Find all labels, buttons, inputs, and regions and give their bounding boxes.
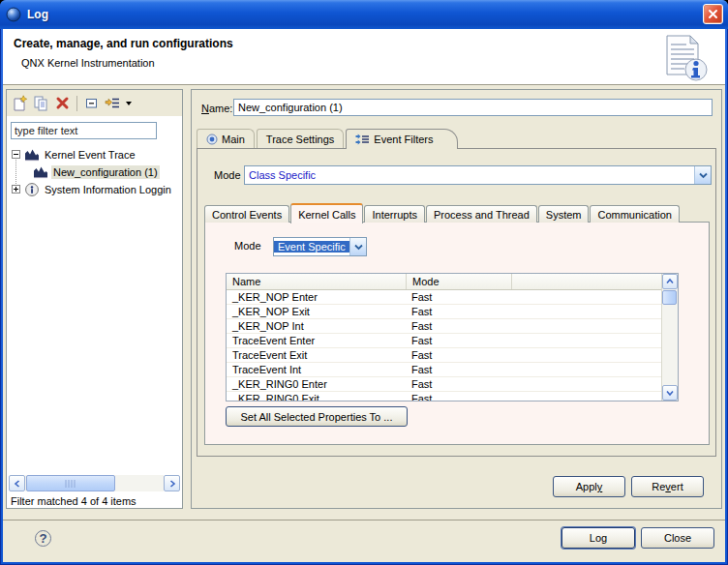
mode-class-combo[interactable]: Class Specific [244, 165, 712, 185]
system-info-icon [24, 182, 40, 197]
cell-mode: Fast [406, 335, 511, 346]
cell-mode: Fast [406, 364, 511, 375]
close-button[interactable]: Close [641, 527, 714, 549]
main-tab-icon [206, 134, 218, 145]
cell-mode: Fast [406, 349, 511, 361]
tab-main[interactable]: Main [197, 129, 255, 148]
tree-item-system-information-logging[interactable]: System Information Loggin [12, 181, 173, 197]
cell-name: _KER_RING0 Enter [227, 378, 406, 390]
page-title: Create, manage, and run configurations [14, 37, 233, 50]
tab-label: System [546, 209, 582, 221]
close-window-button[interactable] [703, 4, 723, 24]
chevron-down-icon [699, 172, 708, 179]
sidebar-toolbar [7, 90, 182, 116]
table-row[interactable]: TraceEvent Exit Fast [227, 348, 678, 363]
tab-system[interactable]: System [538, 205, 590, 223]
scroll-right-button[interactable] [164, 475, 180, 491]
new-configuration-icon[interactable] [12, 95, 28, 111]
mode-combo-value: Event Specific [274, 241, 349, 253]
dialog-content: Create, manage, and run configurations Q… [3, 29, 725, 562]
kernel-calls-table: Name Mode _KER_NOP Enter Fast _KER_NOP E… [226, 273, 679, 401]
footer-separator [3, 520, 725, 520]
log-button[interactable]: Log [561, 527, 635, 549]
table-row[interactable]: _KER_NOP Exit Fast [227, 305, 678, 319]
tab-kernel-calls[interactable]: Kernel Calls [290, 203, 363, 223]
scrollbar-track[interactable] [662, 289, 678, 385]
mode-combo-value: Class Specific [245, 169, 694, 181]
collapse-all-icon[interactable] [83, 95, 100, 111]
column-header-extra[interactable] [511, 274, 678, 289]
tab-label: Event Filters [374, 134, 433, 145]
cell-name: TraceEvent Exit [227, 349, 406, 361]
title-bar[interactable]: Log [0, 0, 728, 29]
cell-name: _KER_NOP Int [227, 320, 406, 332]
cell-mode: Fast [406, 378, 511, 390]
tree-item-label[interactable]: Kernel Event Trace [43, 148, 137, 162]
cell-name: _KER_NOP Exit [227, 306, 406, 317]
combo-dropdown-button[interactable] [349, 238, 366, 255]
expand-expander-icon[interactable] [12, 185, 20, 193]
scroll-down-button[interactable] [662, 385, 678, 401]
kernel-calls-pane: Mode Event Specific Name Mode [204, 222, 710, 445]
configuration-name-input[interactable] [233, 99, 713, 116]
event-filters-tab-icon [355, 133, 370, 146]
scroll-up-button[interactable] [662, 274, 678, 289]
tab-label: Control Events [212, 209, 282, 221]
tab-label: Trace Settings [266, 134, 335, 145]
table-row[interactable]: _KER_RING0 Enter Fast [227, 377, 678, 392]
table-vertical-scrollbar[interactable] [661, 274, 678, 401]
scroll-left-button[interactable] [9, 475, 25, 491]
column-header-name[interactable]: Name [227, 274, 406, 289]
scrollbar-thumb[interactable] [26, 475, 115, 491]
app-icon [6, 7, 21, 22]
table-row[interactable]: TraceEvent Int Fast [227, 363, 678, 377]
set-all-selected-properties-button[interactable]: Set All Selected Properties To ... [226, 406, 408, 427]
event-class-tab-strip: Control Events Kernel Calls Interrupts P… [204, 203, 681, 223]
table-row[interactable]: _KER_NOP Int Fast [227, 319, 678, 334]
sidebar-horizontal-scrollbar[interactable] [9, 475, 180, 491]
delete-configuration-icon[interactable] [54, 95, 71, 111]
tab-control-events[interactable]: Control Events [204, 205, 289, 223]
collapse-expander-icon[interactable] [12, 150, 20, 159]
cell-mode: Fast [406, 291, 511, 303]
tab-interrupts[interactable]: Interrupts [364, 205, 424, 223]
header-banner: Create, manage, and run configurations Q… [3, 29, 725, 85]
close-icon [708, 9, 718, 19]
tab-label: Interrupts [372, 209, 416, 221]
scrollbar-thumb[interactable] [662, 290, 677, 305]
revert-button[interactable]: Revert [631, 476, 704, 497]
cell-name: _KER_NOP Enter [227, 291, 406, 303]
tab-event-filters[interactable]: Event Filters [346, 129, 457, 149]
table-row[interactable]: _KER_NOP Enter Fast [227, 290, 678, 305]
combo-dropdown-button[interactable] [694, 166, 711, 184]
apply-button[interactable]: Apply [553, 476, 625, 497]
table-header: Name Mode [227, 274, 678, 290]
mode-event-combo[interactable]: Event Specific [273, 237, 367, 256]
duplicate-configuration-icon[interactable] [33, 95, 49, 111]
table-row[interactable]: TraceEvent Enter Fast [227, 334, 678, 348]
filter-text-input[interactable] [11, 122, 157, 139]
tab-communication[interactable]: Communication [590, 205, 679, 223]
scrollbar-track[interactable] [25, 475, 164, 491]
toolbar-menu-caret[interactable] [126, 102, 132, 105]
filter-launch-configurations-icon[interactable] [105, 95, 121, 111]
document-info-icon [661, 33, 710, 83]
tab-process-and-thread[interactable]: Process and Thread [426, 205, 537, 223]
table-row[interactable]: _KER_RING0 Exit Fast [227, 392, 678, 401]
trace-config-icon [24, 147, 40, 162]
configuration-tab-strip: Main Trace Settings Event Filters [197, 129, 460, 148]
tab-trace-settings[interactable]: Trace Settings [257, 129, 345, 148]
cell-mode: Fast [406, 393, 511, 401]
cell-name: TraceEvent Enter [227, 335, 406, 346]
cell-name: TraceEvent Int [227, 364, 406, 375]
filter-matched-status: Filter matched 4 of 4 items [11, 495, 136, 507]
help-button[interactable]: ? [35, 530, 51, 547]
tab-label: Process and Thread [434, 209, 530, 221]
toolbar-separator [76, 96, 77, 111]
tree-item-label[interactable]: New_configuration (1) [51, 165, 160, 179]
configuration-detail-panel: Name: Main Trace Settings [191, 89, 722, 509]
tree-item-label[interactable]: System Information Loggin [43, 183, 173, 196]
column-header-mode[interactable]: Mode [406, 274, 511, 289]
tree-item-new-configuration[interactable]: New_configuration (1) [29, 164, 160, 180]
tree-item-kernel-event-trace[interactable]: Kernel Event Trace [12, 146, 137, 163]
